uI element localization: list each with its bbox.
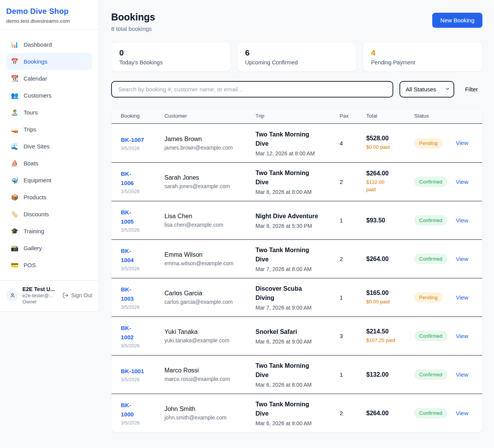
table-row: BK- 1002 3/5/2026 Yuki Tanaka yuki.tanak… <box>112 317 482 355</box>
nav-item-icon: 🏝️ <box>11 109 19 116</box>
table-column-header: Pax <box>340 113 366 119</box>
trip-name: Two Tank Morning Dive <box>255 168 335 187</box>
status-filter-wrap: All Statuses <box>399 81 454 98</box>
sidebar-nav-item[interactable]: 📊 Dashboard <box>6 36 92 53</box>
booking-created-date: 3/5/2026 <box>121 146 160 151</box>
sidebar-nav-item[interactable]: 📅 Bookings <box>6 53 92 70</box>
nav-item-label: Bookings <box>24 58 47 65</box>
total-amount: $528.00 <box>366 135 409 142</box>
table-row: BK- 1003 3/5/2026 Carlos Garcia carlos.g… <box>112 278 482 317</box>
nav-item-label: Equipment <box>24 177 51 184</box>
nav-item-label: Discounts <box>24 211 49 217</box>
trip-datetime: Mar 6, 2026 at 8:00 AM <box>255 382 335 388</box>
pax-count: 2 <box>340 179 366 185</box>
user-email: e2e-tester@... <box>22 293 59 298</box>
sidebar-nav-item[interactable]: 🌊 Dive Sites <box>6 138 92 155</box>
pax-count: 1 <box>340 294 366 301</box>
trip-datetime: Mar 7, 2026 at 8:00 AM <box>255 266 335 272</box>
view-booking-link[interactable]: View <box>456 333 468 339</box>
status-filter-select[interactable]: All Statuses <box>399 81 454 98</box>
total-amount: $93.50 <box>366 217 409 224</box>
booking-id-link[interactable]: BK- 1006 <box>121 169 134 188</box>
app-layout: Demo Dive Shop demo.test.divestreams.com… <box>0 0 494 445</box>
view-booking-link[interactable]: View <box>456 179 468 185</box>
sidebar-nav-item[interactable]: 👥 Customers <box>6 87 92 104</box>
sidebar-nav-item[interactable]: 📦 Products <box>6 189 92 205</box>
table-column-header: Trip <box>255 113 340 119</box>
stat-label: Pending Payment <box>371 59 474 66</box>
view-booking-link[interactable]: View <box>456 217 468 224</box>
customer-name: Emma Wilson <box>164 251 251 258</box>
view-booking-link[interactable]: View <box>456 294 468 301</box>
sidebar-nav-item[interactable]: 📸 Gallery <box>6 239 92 256</box>
nav-item-icon: 📆 <box>11 75 19 82</box>
customer-name: Sarah Jones <box>164 174 251 181</box>
booking-id-link[interactable]: BK- 1003 <box>121 285 134 303</box>
paid-amount: $107.25 paid <box>366 337 409 344</box>
booking-created-date: 3/5/2026 <box>121 420 160 426</box>
booking-id-link[interactable]: BK- 1000 <box>121 401 134 419</box>
nav-item-label: POS <box>24 262 36 268</box>
search-input[interactable] <box>111 81 393 98</box>
paid-amount: $0.00 paid <box>366 144 409 151</box>
nav-item-label: Trips <box>24 126 36 133</box>
booking-id-link[interactable]: BK- 1004 <box>121 246 134 265</box>
trip-name: Two Tank Morning Dive <box>255 361 335 380</box>
paid-amount: $132.00 paid <box>366 179 409 194</box>
user-avatar <box>6 289 19 301</box>
nav-item-label: Customers <box>24 92 52 99</box>
customer-email: yuki.tanaka@example.com <box>164 337 251 344</box>
sign-out-button[interactable]: Sign Out <box>63 292 92 298</box>
logout-icon <box>63 292 69 298</box>
sidebar-nav-item[interactable]: ⛵ Boats <box>6 155 92 172</box>
total-amount: $132.00 <box>366 371 409 378</box>
total-amount: $165.00 <box>366 290 409 296</box>
trip-datetime: Mar 8, 2026 at 5:30 PM <box>255 223 335 229</box>
nav-item-icon: 🤿 <box>11 177 19 184</box>
nav-item-label: Gallery <box>24 245 42 251</box>
status-badge: Confirmed <box>414 254 447 264</box>
sidebar-nav-item[interactable]: 🚤 Trips <box>6 121 92 138</box>
nav-item-icon: 🚤 <box>11 126 19 133</box>
trip-datetime: Mar 6, 2026 at 8:00 AM <box>255 420 335 426</box>
table-row: BK- 1004 3/5/2026 Emma Wilson emma.wilso… <box>112 239 482 278</box>
nav-item-label: Dashboard <box>24 41 52 48</box>
sidebar-nav-item[interactable]: 🏝️ Tours <box>6 104 92 121</box>
new-booking-button[interactable]: New Booking <box>432 13 482 28</box>
status-badge: Confirmed <box>414 369 447 380</box>
trip-name: Two Tank Morning Dive <box>255 400 335 418</box>
page-title: Bookings <box>111 12 155 23</box>
booking-id-link[interactable]: BK- 1005 <box>121 208 134 226</box>
booking-id-link[interactable]: BK-1007 <box>121 135 144 145</box>
sidebar-nav-item[interactable]: 🏷️ Discounts <box>6 205 92 222</box>
view-booking-link[interactable]: View <box>456 140 468 146</box>
booking-created-date: 3/5/2026 <box>121 227 160 233</box>
nav-item-icon: 🎓 <box>11 227 19 235</box>
view-booking-link[interactable]: View <box>456 410 468 416</box>
customer-email: james.brown@example.com <box>164 145 251 151</box>
sidebar-nav: 📊 Dashboard 📅 Bookings 📆 Calendar 👥 Cust… <box>0 30 98 277</box>
nav-item-icon: 👥 <box>11 92 19 99</box>
booking-id-link[interactable]: BK- 1002 <box>121 323 134 342</box>
booking-created-date: 3/5/2026 <box>121 377 160 382</box>
trip-datetime: Mar 7, 2026 at 9:00 AM <box>255 305 335 311</box>
nav-item-label: Calendar <box>24 75 47 82</box>
view-booking-link[interactable]: View <box>456 256 468 262</box>
sign-out-label: Sign Out <box>71 292 92 298</box>
nav-item-icon: 💳 <box>11 261 19 269</box>
table-column-header: Booking <box>121 113 164 119</box>
nav-item-icon: 🏷️ <box>11 211 19 218</box>
sidebar-nav-item[interactable]: 📆 Calendar <box>6 70 92 87</box>
sidebar-nav-item[interactable]: 🤿 Equipment <box>6 172 92 189</box>
filter-button[interactable]: Filter <box>460 83 482 96</box>
total-bookings-subtitle: 8 total bookings <box>111 25 155 32</box>
sidebar-nav-item[interactable]: 💳 POS <box>6 256 92 273</box>
booking-created-date: 3/5/2026 <box>121 266 160 271</box>
person-icon <box>9 292 16 299</box>
table-row: BK- 1005 3/5/2026 Lisa Chen lisa.chen@ex… <box>112 201 482 239</box>
status-badge: Confirmed <box>414 408 447 418</box>
booking-id-link[interactable]: BK-1001 <box>121 367 144 376</box>
customer-email: lisa.chen@example.com <box>164 222 251 228</box>
sidebar-nav-item[interactable]: 🎓 Training <box>6 222 92 239</box>
view-booking-link[interactable]: View <box>456 371 468 378</box>
